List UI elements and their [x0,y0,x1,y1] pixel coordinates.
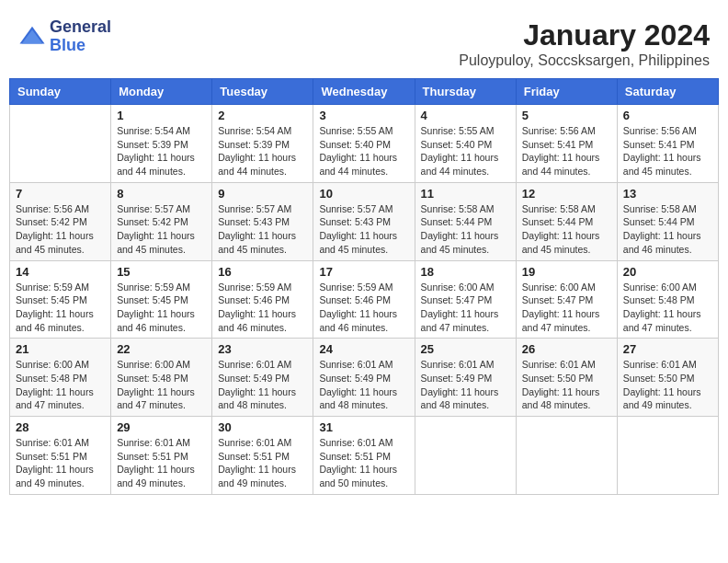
day-number: 22 [117,342,206,356]
sunrise-text: Sunrise: 6:01 AM [319,437,392,448]
calendar-cell: 16 Sunrise: 5:59 AM Sunset: 5:46 PM Dayl… [212,260,313,339]
day-number: 9 [218,187,307,201]
calendar-cell: 21 Sunrise: 6:00 AM Sunset: 5:48 PM Dayl… [10,339,111,417]
sunset-text: Sunset: 5:40 PM [421,139,493,150]
calendar-cell: 1 Sunrise: 5:54 AM Sunset: 5:39 PM Dayli… [111,105,212,183]
calendar-day-header: Thursday [415,79,516,105]
day-number: 23 [218,342,307,356]
calendar-cell: 28 Sunrise: 6:01 AM Sunset: 5:51 PM Dayl… [10,417,111,495]
calendar-cell: 14 Sunrise: 5:59 AM Sunset: 5:45 PM Dayl… [10,260,111,339]
daylight-text: Daylight: 11 hours and 47 minutes. [16,386,94,411]
daylight-text: Daylight: 11 hours and 46 minutes. [117,308,195,333]
daylight-text: Daylight: 11 hours and 44 minutes. [421,152,499,177]
logo-blue: Blue [50,37,111,55]
calendar-cell: 7 Sunrise: 5:56 AM Sunset: 5:42 PM Dayli… [10,182,111,260]
day-number: 16 [218,265,307,279]
day-info: Sunrise: 5:54 AM Sunset: 5:39 PM Dayligh… [218,124,307,178]
day-info: Sunrise: 5:58 AM Sunset: 5:44 PM Dayligh… [623,202,712,257]
day-number: 28 [16,420,105,434]
calendar-cell: 18 Sunrise: 6:00 AM Sunset: 5:47 PM Dayl… [415,260,516,339]
calendar-cell: 22 Sunrise: 6:00 AM Sunset: 5:48 PM Dayl… [111,339,212,417]
daylight-text: Daylight: 11 hours and 49 minutes. [218,464,296,488]
logo-text: General Blue [50,18,111,55]
sunset-text: Sunset: 5:48 PM [117,373,188,384]
day-info: Sunrise: 6:00 AM Sunset: 5:48 PM Dayligh… [117,358,206,412]
day-number: 17 [319,265,408,279]
day-info: Sunrise: 5:57 AM Sunset: 5:43 PM Dayligh… [319,202,408,257]
day-number: 2 [218,109,307,122]
calendar-cell: 15 Sunrise: 5:59 AM Sunset: 5:45 PM Dayl… [111,260,212,339]
day-info: Sunrise: 5:59 AM Sunset: 5:46 PM Dayligh… [218,281,307,335]
sunset-text: Sunset: 5:46 PM [218,294,290,305]
day-info: Sunrise: 6:01 AM Sunset: 5:51 PM Dayligh… [218,436,307,490]
calendar-header-row: SundayMondayTuesdayWednesdayThursdayFrid… [10,79,719,105]
day-info: Sunrise: 5:56 AM Sunset: 5:42 PM Dayligh… [16,202,105,257]
day-number: 20 [623,265,712,279]
page-header: General Blue January 2024 Puloypuloy, So… [9,9,719,74]
calendar-day-header: Wednesday [313,79,415,105]
calendar-cell: 6 Sunrise: 5:56 AM Sunset: 5:41 PM Dayli… [617,105,718,183]
day-info: Sunrise: 5:59 AM Sunset: 5:45 PM Dayligh… [16,281,105,335]
day-number: 6 [623,109,712,122]
day-info: Sunrise: 5:54 AM Sunset: 5:39 PM Dayligh… [117,124,206,178]
sunrise-text: Sunrise: 5:59 AM [117,282,190,293]
logo: General Blue [18,18,111,55]
sunrise-text: Sunrise: 5:57 AM [319,203,392,214]
sunrise-text: Sunrise: 6:00 AM [623,282,697,293]
sunset-text: Sunset: 5:42 PM [117,216,188,227]
sunset-text: Sunset: 5:51 PM [117,451,188,462]
calendar-cell [10,105,111,183]
day-number: 29 [117,420,206,434]
day-number: 7 [16,187,105,201]
calendar-cell [415,417,516,495]
calendar-week-row: 28 Sunrise: 6:01 AM Sunset: 5:51 PM Dayl… [10,417,719,495]
sunrise-text: Sunrise: 6:01 AM [319,359,392,370]
sunrise-text: Sunrise: 5:59 AM [16,282,89,293]
calendar-cell: 3 Sunrise: 5:55 AM Sunset: 5:40 PM Dayli… [313,105,415,183]
sunrise-text: Sunrise: 6:00 AM [421,282,495,293]
calendar-cell: 23 Sunrise: 6:01 AM Sunset: 5:49 PM Dayl… [212,339,313,417]
sunset-text: Sunset: 5:50 PM [623,373,695,384]
sunrise-text: Sunrise: 5:57 AM [218,203,291,214]
calendar-body: 1 Sunrise: 5:54 AM Sunset: 5:39 PM Dayli… [10,105,719,495]
day-number: 31 [319,420,408,434]
calendar-cell: 10 Sunrise: 5:57 AM Sunset: 5:43 PM Dayl… [313,182,415,260]
calendar-cell: 20 Sunrise: 6:00 AM Sunset: 5:48 PM Dayl… [617,260,718,339]
sunrise-text: Sunrise: 5:55 AM [421,125,495,136]
calendar-cell: 24 Sunrise: 6:01 AM Sunset: 5:49 PM Dayl… [313,339,415,417]
title-area: January 2024 Puloypuloy, Soccsksargen, P… [459,18,710,69]
daylight-text: Daylight: 11 hours and 46 minutes. [319,308,397,333]
sunset-text: Sunset: 5:47 PM [421,294,493,305]
sunrise-text: Sunrise: 5:56 AM [522,125,596,136]
sunset-text: Sunset: 5:44 PM [421,216,493,227]
day-info: Sunrise: 6:00 AM Sunset: 5:48 PM Dayligh… [16,358,105,412]
daylight-text: Daylight: 11 hours and 47 minutes. [421,308,499,333]
sunset-text: Sunset: 5:39 PM [117,139,188,150]
calendar-cell: 4 Sunrise: 5:55 AM Sunset: 5:40 PM Dayli… [415,105,516,183]
day-number: 30 [218,420,307,434]
calendar-cell: 8 Sunrise: 5:57 AM Sunset: 5:42 PM Dayli… [111,182,212,260]
day-info: Sunrise: 5:59 AM Sunset: 5:46 PM Dayligh… [319,281,408,335]
sunset-text: Sunset: 5:51 PM [16,451,87,462]
sunset-text: Sunset: 5:44 PM [522,216,594,227]
calendar-cell: 30 Sunrise: 6:01 AM Sunset: 5:51 PM Dayl… [212,417,313,495]
day-number: 11 [421,187,510,201]
daylight-text: Daylight: 11 hours and 45 minutes. [16,230,94,255]
daylight-text: Daylight: 11 hours and 48 minutes. [218,386,296,411]
sunrise-text: Sunrise: 6:00 AM [117,359,190,370]
day-info: Sunrise: 6:01 AM Sunset: 5:49 PM Dayligh… [421,358,510,412]
day-info: Sunrise: 6:01 AM Sunset: 5:51 PM Dayligh… [319,436,408,490]
day-info: Sunrise: 5:59 AM Sunset: 5:45 PM Dayligh… [117,281,206,335]
page-subtitle: Puloypuloy, Soccsksargen, Philippines [459,52,710,69]
calendar-header: SundayMondayTuesdayWednesdayThursdayFrid… [10,79,719,105]
logo-icon [18,23,46,51]
calendar-day-header: Sunday [10,79,111,105]
sunset-text: Sunset: 5:51 PM [218,451,290,462]
day-number: 26 [522,342,611,356]
day-info: Sunrise: 6:01 AM Sunset: 5:50 PM Dayligh… [623,358,712,412]
sunrise-text: Sunrise: 6:01 AM [218,437,291,448]
sunrise-text: Sunrise: 5:59 AM [319,282,392,293]
calendar-cell: 11 Sunrise: 5:58 AM Sunset: 5:44 PM Dayl… [415,182,516,260]
day-number: 5 [522,109,611,122]
day-number: 25 [421,342,510,356]
